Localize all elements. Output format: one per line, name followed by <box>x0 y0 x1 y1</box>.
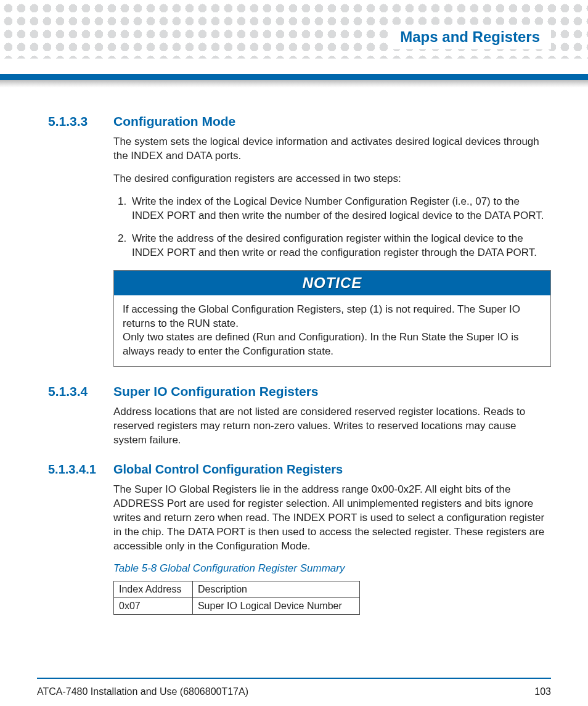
section-title: Global Control Configuration Registers <box>113 462 343 477</box>
section-number: 5.1.3.4.1 <box>48 462 102 477</box>
section-5-1-3-4-1: 5.1.3.4.1 Global Control Configuration R… <box>48 462 551 477</box>
page-footer: ATCA-7480 Installation and Use (6806800T… <box>37 686 551 697</box>
page-content: 5.1.3.3 Configuration Mode The system se… <box>48 114 551 630</box>
paragraph: The desired configuration registers are … <box>113 172 551 186</box>
table-row: Index Address Description <box>114 581 360 597</box>
notice-line: If accessing the Global Configuration Re… <box>123 303 542 331</box>
notice-box: NOTICE If accessing the Global Configura… <box>113 270 551 367</box>
list-item: Write the address of the desired configu… <box>129 232 551 260</box>
notice-line: Only two states are defined (Run and Con… <box>123 330 542 359</box>
section-title: Configuration Mode <box>113 114 235 129</box>
table-caption: Table 5-8 Global Configuration Register … <box>113 562 551 575</box>
table-header: Description <box>192 581 359 597</box>
section-number: 5.1.3.4 <box>48 384 102 399</box>
section-5-1-3-3: 5.1.3.3 Configuration Mode <box>48 114 551 129</box>
footer-doc-title: ATCA-7480 Installation and Use (6806800T… <box>37 686 248 697</box>
section-body: The system sets the logical device infor… <box>113 135 551 367</box>
header-title-wrap: Maps and Registers <box>389 25 551 49</box>
paragraph: Address locations that are not listed ar… <box>113 405 551 448</box>
table-cell: Super IO Logical Device Number <box>192 597 359 614</box>
header-blue-rule <box>0 74 588 80</box>
paragraph: The system sets the logical device infor… <box>113 135 551 163</box>
ordered-list: Write the index of the Logical Device Nu… <box>129 195 551 260</box>
footer-rule <box>37 678 551 679</box>
section-title: Super IO Configuration Registers <box>113 384 319 399</box>
paragraph: The Super IO Global Registers lie in the… <box>113 483 551 554</box>
table-cell: 0x07 <box>114 597 193 614</box>
notice-header: NOTICE <box>114 271 550 295</box>
list-item: Write the index of the Logical Device Nu… <box>129 195 551 223</box>
section-body: Address locations that are not listed ar… <box>113 405 551 448</box>
footer-page-number: 103 <box>534 686 551 697</box>
section-5-1-3-4: 5.1.3.4 Super IO Configuration Registers <box>48 384 551 399</box>
section-number: 5.1.3.3 <box>48 114 102 129</box>
chapter-title: Maps and Registers <box>400 28 540 46</box>
table-header: Index Address <box>114 581 193 597</box>
section-body: The Super IO Global Registers lie in the… <box>113 483 551 615</box>
header-gray-rule <box>0 80 588 88</box>
notice-body: If accessing the Global Configuration Re… <box>114 295 550 367</box>
table-row: 0x07 Super IO Logical Device Number <box>114 597 360 614</box>
register-table: Index Address Description 0x07 Super IO … <box>113 581 360 615</box>
